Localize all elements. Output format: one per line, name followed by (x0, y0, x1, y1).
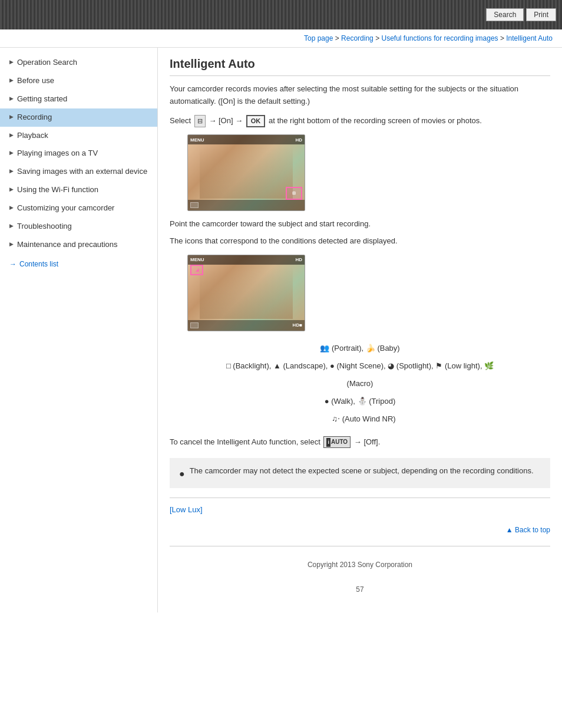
cancel-text: To cancel the Intelligent Auto function,… (170, 437, 320, 446)
icon-row-1: 👥 (Portrait), 🍌 (Baby) (170, 341, 550, 356)
main-content: Intelligent Auto Your camcorder records … (158, 48, 562, 612)
landscape-icon: ▲ (273, 361, 281, 370)
back-to-top-link[interactable]: ▲ Back to top (506, 526, 550, 534)
record-icon-2 (190, 322, 199, 328)
instruction-mid: → [On] → (209, 116, 243, 125)
page-title: Intelligent Auto (170, 57, 550, 76)
icon-label-lowlight: (Low light), (445, 361, 484, 370)
back-to-top[interactable]: ▲ Back to top (170, 521, 550, 539)
sidebar-item-label: Operation Search (17, 58, 151, 68)
low-lux-section: [Low Lux] (170, 505, 550, 514)
highlighted-scene-icon: ◢ (190, 265, 203, 275)
arrow-icon: ▶ (9, 205, 14, 212)
backlight-icon: □ (226, 361, 231, 370)
icon-row-4: ♫‧ (Auto Wind NR) (170, 411, 550, 427)
camera-screenshot-1: MENU HD ⊟ (187, 134, 305, 211)
instruction-text: Select ⊟ → [On] → OK at the right bottom… (170, 115, 550, 128)
icon-label-night: (Night Scene), (336, 361, 388, 370)
bullet-dot: ● (179, 466, 185, 482)
instruction-end: at the right bottom of the recording scr… (269, 116, 482, 125)
sidebar-item-before-use[interactable]: ▶ Before use (0, 72, 157, 90)
sidebar-item-playing-images[interactable]: ▶ Playing images on a TV (0, 144, 157, 163)
sidebar-item-label: Customizing your camcorder (17, 203, 151, 213)
point-line2: The icons that correspond to the conditi… (170, 235, 550, 248)
sidebar-item-getting-started[interactable]: ▶ Getting started (0, 90, 157, 108)
layout: ▶ Operation Search ▶ Before use ▶ Gettin… (0, 48, 562, 612)
tripod-icon: ⛄ (358, 397, 367, 406)
page-number: 57 (170, 576, 550, 603)
sidebar-item-recording[interactable]: ▶ Recording (0, 108, 157, 127)
copyright: Copyright 2013 Sony Corporation (170, 554, 550, 576)
hd-text: HD (295, 137, 302, 143)
sidebar-item-label: Maintenance and precautions (17, 240, 151, 250)
point-line1: Point the camcorder toward the subject a… (170, 218, 550, 230)
breadcrumb-useful[interactable]: Useful functions for recording images (381, 34, 498, 42)
sidebar-item-maintenance[interactable]: ▶ Maintenance and precautions (0, 236, 157, 254)
icon-label-tripod: (Tripod) (369, 397, 395, 406)
auto-badge: iAUTO (323, 436, 351, 448)
sidebar-item-customizing[interactable]: ▶ Customizing your camcorder (0, 199, 157, 218)
icon-label-baby: (Baby) (377, 344, 399, 353)
menu-text: MENU (190, 137, 204, 143)
sidebar-item-troubleshooting[interactable]: ▶ Troubleshooting (0, 218, 157, 236)
print-button[interactable]: Print (526, 8, 556, 21)
icon-row-macro-label: (Macro) (170, 376, 550, 391)
arrow-icon: ▶ (9, 114, 14, 121)
people-silhouette-2 (200, 267, 293, 319)
menu-text-2: MENU (190, 257, 204, 262)
auto-i-icon: i (326, 438, 330, 446)
contents-list-link[interactable]: → Contents list (0, 254, 157, 274)
sidebar-item-operation-search[interactable]: ▶ Operation Search (0, 54, 157, 72)
walk-icon: ● (325, 397, 329, 406)
divider (170, 498, 550, 498)
icon-label-walk: (Walk), (331, 397, 357, 406)
cancel-instruction: To cancel the Intelligent Auto function,… (170, 436, 550, 449)
sidebar-item-label: Saving images with an external device (17, 167, 151, 177)
baby-icon: 🍌 (366, 344, 375, 353)
icon-label-wind: (Auto Wind NR) (342, 414, 396, 423)
breadcrumb-top[interactable]: Top page (304, 34, 333, 42)
sidebar-item-wifi[interactable]: ▶ Using the Wi-Fi function (0, 181, 157, 199)
cancel-end: → [Off]. (354, 437, 381, 446)
arrow-icon: ▶ (9, 59, 14, 66)
sidebar-item-label: Getting started (17, 94, 151, 104)
sidebar-item-label: Recording (17, 113, 151, 123)
highlighted-menu-icon: ⊟ (286, 187, 302, 200)
arrow-icon: ▶ (9, 168, 14, 175)
sidebar-item-label: Troubleshooting (17, 222, 151, 232)
sidebar-item-saving-images[interactable]: ▶ Saving images with an external device (0, 163, 157, 181)
macro-label: (Macro) (347, 379, 373, 388)
note-box: ● The camcorder may not detect the expec… (170, 458, 550, 489)
icon-label-backlight: (Backlight), (233, 361, 273, 370)
contents-list-label[interactable]: Contents list (19, 260, 58, 268)
hd-text-2: HD (295, 257, 302, 262)
camera-menu-bar: MENU HD (188, 135, 305, 144)
sidebar-item-label: Before use (17, 76, 151, 86)
instruction-select: Select (170, 116, 191, 125)
lowlight-icon: ⚑ (435, 361, 442, 370)
header: Search Print (0, 0, 562, 29)
night-icon: ● (330, 361, 335, 370)
arrow-icon: ▶ (9, 132, 14, 139)
camera-menu-bar-2: MENU HD (188, 255, 305, 265)
icon-label-landscape: (Landscape), (283, 361, 330, 370)
breadcrumb-recording[interactable]: Recording (341, 34, 373, 42)
macro-icon: 🌿 (484, 361, 494, 370)
breadcrumb: Top page > Recording > Useful functions … (0, 29, 562, 48)
portrait-icon: 👥 (320, 344, 329, 353)
arrow-icon: ▶ (9, 95, 14, 103)
spotlight-icon: ◕ (388, 361, 394, 370)
sidebar-item-playback[interactable]: ▶ Playback (0, 127, 157, 145)
arrow-icon: ▶ (9, 241, 14, 248)
low-lux-link[interactable]: [Low Lux] (170, 505, 203, 514)
icon-label-spotlight: (Spotlight), (396, 361, 435, 370)
search-button[interactable]: Search (486, 8, 524, 21)
header-buttons: Search Print (486, 8, 556, 21)
note-text: The camcorder may not detect the expecte… (190, 465, 534, 477)
breadcrumb-intelligent-auto[interactable]: Intelligent Auto (506, 34, 553, 42)
icon-label-portrait: (Portrait), (332, 344, 366, 353)
sidebar-item-label: Using the Wi-Fi function (17, 185, 151, 195)
menu-icon-text: ⊟ (292, 191, 296, 196)
icon-row-3: ● (Walk), ⛄ (Tripod) (170, 394, 550, 409)
arrow-icon: ▶ (9, 223, 14, 230)
